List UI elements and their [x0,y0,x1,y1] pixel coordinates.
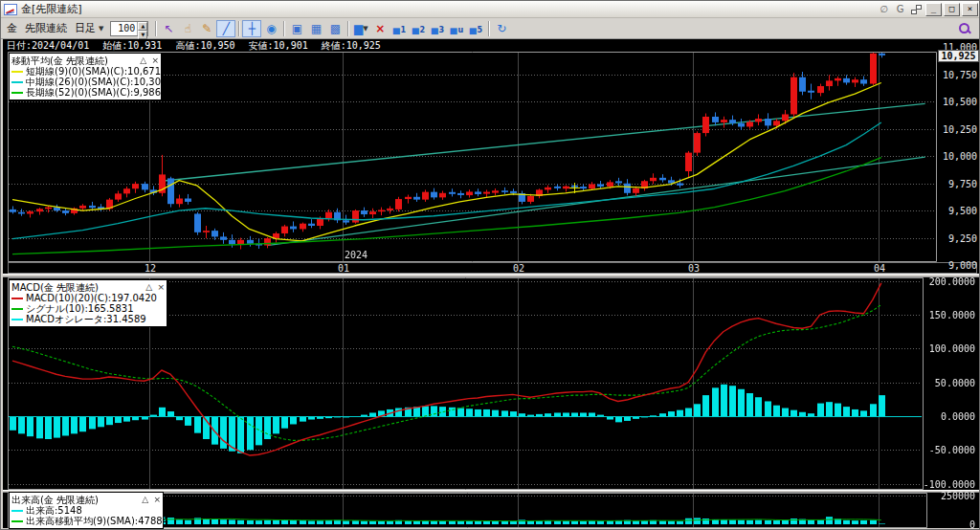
macd-line-swatch [11,298,23,299]
info-high: 高値:10,950 [175,39,234,53]
refresh-icon[interactable]: ↻ [492,20,511,37]
toolbar-separator [283,21,284,36]
search-icon[interactable] [958,22,971,35]
cursor-select-icon[interactable]: ↖ [159,20,178,37]
axis-tick: 0 [969,519,975,529]
macd-signal-swatch [11,308,23,310]
title-bar: 金[先限連続] ∅ G _ □ × [1,1,980,18]
feather-icon[interactable]: ∅ [877,3,891,15]
volume-ma-label: 出来高移動平均(9)(SMA):47884 [26,516,168,526]
ma-mid-swatch [11,81,23,83]
x-axis-tick: 02 [509,263,528,274]
maximize-button[interactable]: □ [944,3,960,16]
chevron-down-icon: ▼ [99,25,103,33]
info-date: 日付:2024/04/01 [7,39,89,53]
new-chart-icon[interactable]: ▣ [287,20,306,37]
toolbar-separator [238,21,239,36]
legend-close-icon[interactable]: × [157,282,165,292]
ma-long-label: 長期線(52)(0)(SMA)(C):9,986 [26,87,161,98]
ma-long-swatch [11,92,23,94]
app-window: 金[先限連続] ∅ G _ □ × 金 先限連続 日足 ▼ 100 ▲ ▼ ↖ … [0,0,980,530]
x-axis-tick: 12 [141,263,160,274]
timeframe-label: 日足 [75,21,96,35]
volume-ma-swatch [11,520,23,522]
x-axis: 1201020304 [8,262,977,274]
data-table-icon[interactable]: ▦ [306,20,325,37]
macd-line-label: MACD(10)(20)(C):197.0420 [26,293,157,303]
indicator-histogram-icon[interactable]: ▆▼ [351,20,370,37]
macd-legend: MACD(金 先限連続) △ × MACD(10)(20)(C):197.042… [9,279,167,327]
duplicate-window-icon[interactable] [909,3,924,15]
delete-indicator-icon[interactable]: × [370,20,390,37]
axis-tick: 250000 [941,491,975,500]
spin-up-icon[interactable]: ▲ [138,22,147,31]
legend-close-icon[interactable]: × [151,55,159,65]
legend-close-icon[interactable]: × [153,495,161,504]
chart-app-icon [4,4,17,15]
timeframe-dropdown[interactable]: 日足 ▼ [73,20,105,36]
x-axis-tick: 01 [334,263,353,274]
macd-osc-label: MACDオシレータ:31.4589 [26,314,146,324]
ma-mid-label: 中期線(26)(0)(SMA)(C):10,307 [26,77,167,87]
pencil-draw-icon[interactable]: ✎ [197,20,216,37]
info-low: 安値:10,901 [249,39,308,53]
close-button[interactable]: × [962,3,978,16]
chart-preset-2-icon[interactable]: ▅2 [409,20,428,37]
ohlc-info-bar: 日付:2024/04/01 始値:10,931 高値:10,950 安値:10,… [7,39,381,52]
volume-legend: 出来高(金 先限連続) △ × 出来高:5148 出来高移動平均(9)(SMA)… [9,492,164,529]
symbol-label[interactable]: 金 [7,21,17,35]
macd-legend-title: MACD(金 先限連続) [11,282,99,293]
hand-pan-icon[interactable]: ☝ [178,20,197,37]
chevron-down-icon: ▼ [363,25,368,33]
toolbar: 金 先限連続 日足 ▼ 100 ▲ ▼ ↖ ☝ ✎ ╱ ┼ ◉ ▣ ▦ ▩ ▆▼… [1,18,980,39]
macd-signal-label: シグナル(10):165.5831 [26,303,134,314]
chart-preset-1-icon[interactable]: ▅1 [390,20,409,37]
series-label[interactable]: 先限連続 [25,21,67,35]
trendline-draw-icon[interactable]: ╱ [216,20,235,37]
spin-down-icon[interactable]: ▼ [138,31,147,39]
chart-preset-u-icon[interactable]: ▅u [447,20,466,37]
chart-preset-3-icon[interactable]: ▅3 [428,20,447,37]
x-axis-tick: 03 [684,263,703,274]
legend-minimize-icon[interactable]: △ [142,495,148,504]
minimize-button[interactable]: _ [925,3,942,16]
legend-minimize-icon[interactable]: △ [145,282,152,292]
grid-settings-icon[interactable]: ▩ [325,20,345,37]
chart-area: 日付:2024/04/01 始値:10,931 高値:10,950 安値:10,… [3,39,979,528]
volume-legend-title: 出来高(金 先限連続) [11,495,99,505]
ma-short-swatch [11,71,23,73]
legend-minimize-icon[interactable]: △ [140,55,146,65]
chart-preset-5-icon[interactable]: ▅5 [466,20,485,37]
bars-count-stepper[interactable]: 100 ▲ ▼ [110,21,148,36]
x-axis-tick: 04 [870,263,889,274]
zoom-circle-icon[interactable]: ◉ [261,20,280,37]
ma-legend: 移動平均(金 先限連続) △ × 短期線(9)(0)(SMA)(C):10,67… [9,53,162,100]
bars-count-input[interactable]: 100 [111,22,137,35]
crosshair-icon[interactable]: ┼ [242,20,261,37]
year-label: 2024 [345,250,368,260]
info-open: 始値:10,931 [102,39,162,53]
volume-label: 出来高:5148 [26,505,82,516]
info-close: 終値:10,925 [322,39,381,53]
macd-osc-swatch [11,319,23,320]
ma-short-label: 短期線(9)(0)(SMA)(C):10,671 [26,66,161,77]
toolbar-separator [155,21,156,36]
ma-legend-title: 移動平均(金 先限連続) [11,55,108,66]
volume-swatch [11,510,23,512]
sync-icon[interactable]: G [893,3,907,15]
volume-y-axis: 2500000 [925,39,979,528]
window-title: 金[先限連続] [21,2,82,16]
toolbar-separator [488,21,489,36]
toolbar-separator [347,21,348,36]
histogram-glyph: ▆ [354,22,363,35]
